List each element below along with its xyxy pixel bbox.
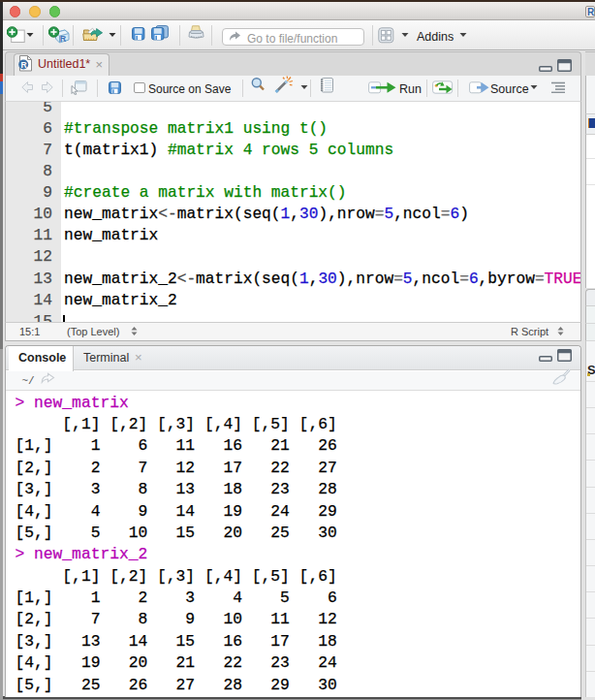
svg-text:R: R [60, 34, 67, 44]
svg-text:R: R [21, 59, 27, 69]
